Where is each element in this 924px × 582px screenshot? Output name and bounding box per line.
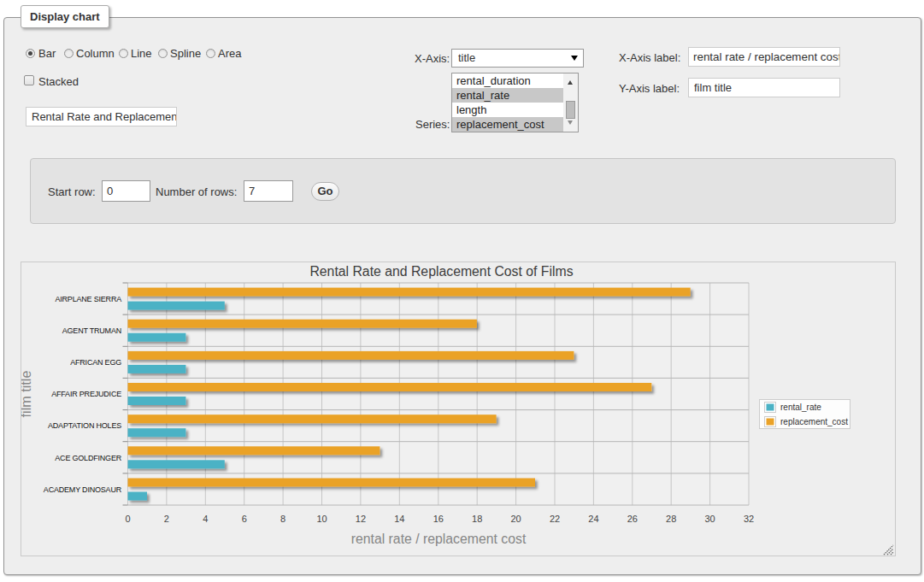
svg-text:0: 0 xyxy=(125,514,130,524)
svg-text:film title: film title xyxy=(21,371,33,418)
svg-text:4: 4 xyxy=(203,514,208,524)
svg-text:32: 32 xyxy=(744,514,754,524)
svg-text:8: 8 xyxy=(280,514,285,524)
svg-text:2: 2 xyxy=(164,514,169,524)
svg-text:28: 28 xyxy=(666,514,676,524)
svg-text:AGENT TRUMAN: AGENT TRUMAN xyxy=(62,326,121,335)
svg-text:replacement_cost: replacement_cost xyxy=(780,417,848,426)
svg-text:16: 16 xyxy=(433,514,444,524)
svg-text:26: 26 xyxy=(627,514,638,524)
svg-text:18: 18 xyxy=(472,514,482,524)
svg-text:14: 14 xyxy=(394,514,404,524)
svg-text:ACADEMY DINOSAUR: ACADEMY DINOSAUR xyxy=(44,485,122,494)
svg-text:22: 22 xyxy=(550,514,560,524)
svg-text:AIRPLANE SIERRA: AIRPLANE SIERRA xyxy=(55,295,121,303)
svg-text:AFRICAN EGG: AFRICAN EGG xyxy=(70,358,121,367)
svg-text:rental rate / replacement cost: rental rate / replacement cost xyxy=(351,532,527,546)
svg-text:Rental Rate and Replacement Co: Rental Rate and Replacement Cost of Film… xyxy=(309,264,573,279)
svg-text:ADAPTATION HOLES: ADAPTATION HOLES xyxy=(48,421,121,430)
svg-text:rental_rate: rental_rate xyxy=(780,403,821,412)
svg-text:30: 30 xyxy=(704,514,715,524)
svg-text:12: 12 xyxy=(356,514,366,524)
svg-text:6: 6 xyxy=(242,514,247,524)
svg-text:AFFAIR PREJUDICE: AFFAIR PREJUDICE xyxy=(51,390,121,398)
svg-text:ACE GOLDFINGER: ACE GOLDFINGER xyxy=(55,454,121,462)
svg-text:20: 20 xyxy=(510,514,521,524)
svg-text:10: 10 xyxy=(316,514,327,524)
svg-text:24: 24 xyxy=(588,514,598,524)
